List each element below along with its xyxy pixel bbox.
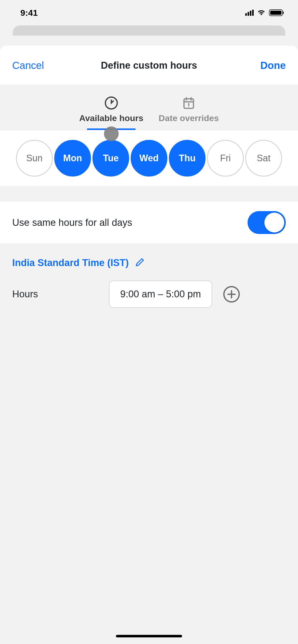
cellular-signal-icon [245, 10, 254, 16]
status-bar: 9:41 [0, 0, 298, 25]
cancel-button[interactable]: Cancel [12, 60, 63, 71]
wifi-icon [257, 9, 265, 16]
day-chip-sun[interactable]: Sun [16, 140, 53, 177]
day-chip-fri[interactable]: Fri [207, 140, 244, 177]
hours-range-field[interactable]: 9:00 am – 5:00 pm [109, 281, 212, 308]
day-chip-sat[interactable]: Sat [245, 140, 282, 177]
status-time: 9:41 [20, 8, 38, 18]
status-icons [245, 9, 283, 16]
clock-icon [104, 96, 118, 110]
touch-cursor-indicator [104, 126, 119, 141]
same-hours-row: Use same hours for all days [0, 201, 298, 244]
timezone-row[interactable]: India Standard Time (IST) [0, 244, 298, 268]
done-button[interactable]: Done [235, 60, 286, 71]
modal-title: Define custom hours [101, 60, 197, 71]
day-chip-wed[interactable]: Wed [131, 140, 167, 177]
battery-icon [269, 9, 283, 16]
toggle-knob [264, 213, 284, 232]
tab-label: Date overrides [159, 113, 219, 123]
days-selector: Sun Mon Tue Wed Thu Fri Sat [0, 130, 298, 186]
pencil-edit-icon[interactable] [135, 257, 145, 268]
add-hours-button[interactable] [222, 285, 241, 303]
same-hours-label: Use same hours for all days [12, 217, 132, 228]
svg-point-2 [188, 106, 189, 107]
tabs-bar: Available hours Date overrides [0, 85, 298, 130]
home-indicator [116, 635, 182, 637]
tab-date-overrides[interactable]: Date overrides [159, 96, 219, 130]
tab-available-hours[interactable]: Available hours [79, 96, 143, 130]
calendar-alert-icon [182, 96, 196, 110]
modal-header: Cancel Define custom hours Done [0, 46, 298, 85]
hours-row: Hours 9:00 am – 5:00 pm [0, 268, 298, 320]
modal-sheet: Cancel Define custom hours Done Availabl… [0, 46, 298, 644]
day-chip-thu[interactable]: Thu [169, 140, 206, 177]
same-hours-toggle[interactable] [248, 211, 286, 234]
timezone-label: India Standard Time (IST) [12, 257, 129, 268]
tab-label: Available hours [79, 113, 143, 123]
hours-label: Hours [12, 289, 99, 300]
background-sheet-peek [13, 25, 285, 36]
day-chip-tue[interactable]: Tue [92, 140, 129, 177]
day-chip-mon[interactable]: Mon [54, 140, 91, 177]
